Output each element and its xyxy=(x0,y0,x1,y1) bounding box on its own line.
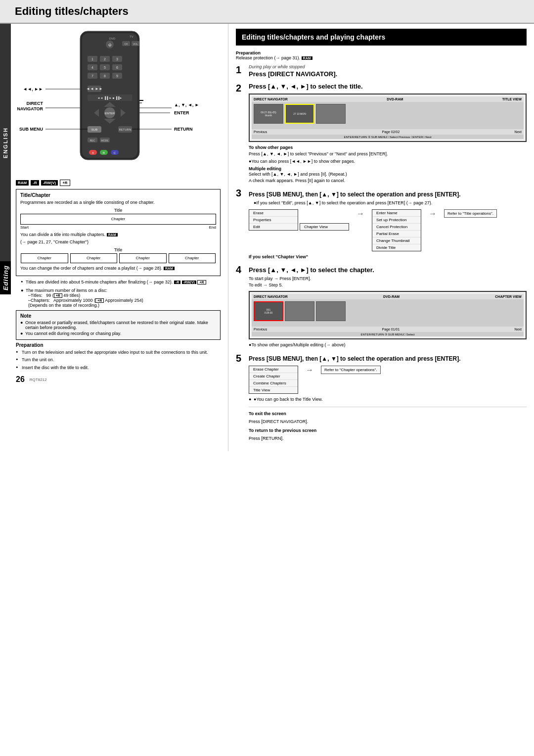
menu-area-1: Erase Properties Edit Chapter View → E xyxy=(249,209,527,251)
multi-edit-text: Select with [▲, ▼, ◄, ►] and press [II].… xyxy=(249,171,527,184)
svg-text:▲, ▼, ◄, ►: ▲, ▼, ◄, ► xyxy=(174,102,199,107)
screen2-thumb-3 xyxy=(316,301,346,321)
refer-box-1: Refer to "Title operations". xyxy=(444,209,497,218)
note-2: ● You cannot edit during recording or ch… xyxy=(20,331,216,336)
screen2-header-left: DIRECT NAVIGATOR xyxy=(254,295,288,298)
chapter-label: Chapter xyxy=(111,217,125,221)
screen1-page: Page 02/02 xyxy=(382,130,400,134)
screen2-thumb-selected: 0010:28:00 xyxy=(254,301,283,321)
svg-text:RETURN: RETURN xyxy=(119,128,132,131)
end-label: End xyxy=(209,225,216,230)
svg-text:7: 7 xyxy=(91,74,93,78)
screen1-prev: Previous xyxy=(254,130,267,134)
menu-right-col: Enter Name Set up Protection Cancel Prot… xyxy=(372,209,421,251)
prep-title: Preparation xyxy=(16,342,221,348)
svg-text:NAVIGATOR: NAVIGATOR xyxy=(17,106,43,111)
chapter-seg-2: Chapter xyxy=(70,253,118,263)
svg-text:RETURN: RETURN xyxy=(174,127,193,132)
format-badges: RAM -R -RW(V) +R xyxy=(16,180,221,186)
step-4-start-note: To start play → Press [ENTER]. xyxy=(249,276,527,283)
step-3-text: Press [SUB MENU], then [▲, ▼] to select … xyxy=(249,190,527,199)
menu2-item-erase-chapter[interactable]: Erase Chapter xyxy=(249,366,298,373)
exit-section: To exit the screen Press [DIRECT NAVIGAT… xyxy=(249,407,527,442)
menu2-item-title-view[interactable]: Title View xyxy=(249,387,298,393)
svg-text:CH: CH xyxy=(124,43,128,46)
step-4-edit-note: To edit → Step 5. xyxy=(249,282,527,289)
screen-mockup-2: DIRECT NAVIGATOR DVD-RAM CHAPTER VIEW 00… xyxy=(249,291,527,339)
prep-2: Turn the unit on. xyxy=(16,357,221,364)
prep-inline-text: Release protection (→ page 31). xyxy=(236,55,300,60)
main-content: DVD TV ⏻ CH VOL 1 2 3 xyxy=(0,24,534,451)
show-other-pages: To show other pages Press [▲, ▼, ◄, ►] t… xyxy=(249,145,527,164)
editing-label: Editing xyxy=(2,265,9,290)
svg-text:TV: TV xyxy=(130,35,134,38)
page-header: Editing titles/chapters xyxy=(0,0,534,24)
menu-left-col: Erase Properties Edit Chapter View xyxy=(249,209,349,231)
exit-title: To exit the screen xyxy=(249,410,527,417)
step-2-num: 2 xyxy=(236,83,245,184)
screen1-footer: Previous Page 02/02 Next xyxy=(252,129,524,135)
menu-item-setup-prot[interactable]: Set up Protection xyxy=(372,217,421,224)
title-chapter-box: Title/Chapter Programmes are recorded as… xyxy=(16,189,221,276)
page-title: Editing titles/chapters xyxy=(15,5,524,18)
step-2-content: Press [▲, ▼, ◄, ►] to select the title. … xyxy=(249,83,527,184)
diagram2: Title Chapter Chapter Chapter Chapter xyxy=(20,247,216,263)
diagram2-title: Title xyxy=(20,247,216,252)
screen1-thumb-1: 09:27-30(+05)thumb xyxy=(254,104,283,124)
svg-text:4: 4 xyxy=(91,66,93,69)
screen1-dvd: DVD-RAM xyxy=(387,97,403,101)
step-2: 2 Press [▲, ▼, ◄, ►] to select the title… xyxy=(236,83,527,184)
svg-text:DIRECT: DIRECT xyxy=(27,101,44,106)
screen2-header-right: CHAPTER VIEW xyxy=(495,295,522,298)
badge-ram: RAM xyxy=(16,180,29,186)
exit-text: Press [DIRECT NAVIGATOR]. xyxy=(249,418,527,425)
back-note: ● ●You can go back to the Title View. xyxy=(249,397,527,402)
step-5: 5 Press [SUB MENU], then [▲, ▼] to selec… xyxy=(236,353,527,442)
menu-item-divide[interactable]: Divide Title xyxy=(372,244,421,251)
menu-item-chapter-view[interactable]: Chapter View xyxy=(300,224,349,230)
screen2-prev: Previous xyxy=(254,328,267,331)
menu-item-erase[interactable]: Erase xyxy=(249,210,298,217)
step-1-subtitle: During play or while stopped xyxy=(249,64,527,69)
step-4: 4 Press [▲, ▼, ◄, ►] to select the chapt… xyxy=(236,264,527,349)
menu-item-properties[interactable]: Properties xyxy=(249,217,298,224)
prep-1: Turn on the television and select the ap… xyxy=(16,349,221,356)
chapter-seg-3: Chapter xyxy=(119,253,167,263)
menu-item-edit[interactable]: Edit xyxy=(249,224,298,230)
menu-item-enter-name[interactable]: Enter Name xyxy=(372,210,421,217)
start-end-labels: Start End xyxy=(20,225,216,230)
step-4-text: Press [▲, ▼, ◄, ►] to select the chapter… xyxy=(249,266,527,275)
ram-badge-inline: RAM xyxy=(107,233,118,236)
badge-plus-r: +R xyxy=(60,180,70,186)
info-box-title: Title/Chapter xyxy=(20,192,216,198)
menu-item-cancel-prot[interactable]: Cancel Protection xyxy=(372,224,421,231)
badge-r: -R xyxy=(31,180,39,186)
svg-text:◄◄ ►►: ◄◄ ►► xyxy=(86,87,103,91)
prep-3: Insert the disc with the title to edit. xyxy=(16,365,221,372)
multi-edit-title: Multiple editing xyxy=(249,166,527,171)
badge-rw: -RW(V) xyxy=(41,180,58,186)
divide-note: You can divide a title into multiple cha… xyxy=(20,232,216,238)
menu-popup-2: Enter Name Set up Protection Cancel Prot… xyxy=(372,209,421,251)
menu2-item-create-chapter[interactable]: Create Chapter xyxy=(249,373,298,380)
step-3: 3 Press [SUB MENU], then [▲, ▼] to selec… xyxy=(236,188,527,260)
step-4-num: 4 xyxy=(236,264,245,349)
step-1-content: During play or while stopped Press [DIRE… xyxy=(249,64,527,79)
return-text: Press [RETURN]. xyxy=(249,435,527,442)
screen2-nav: ENTER/RETURN ⑤ SUB MENU□ Select xyxy=(252,332,524,336)
svg-text:SUB: SUB xyxy=(91,128,97,131)
screen2-footer: Previous Page 01/01 Next xyxy=(252,327,524,332)
screen2-dvd: DVD-RAM xyxy=(383,295,400,298)
svg-text:9: 9 xyxy=(116,74,118,78)
menu-item-partial-erase[interactable]: Partial Erase xyxy=(372,231,421,237)
svg-text:DVD: DVD xyxy=(109,37,116,40)
right-column: Editing titles/chapters and playing chap… xyxy=(228,24,534,451)
menu2-item-combine[interactable]: Combine Chapters xyxy=(249,380,298,387)
menu-item-change-thumb[interactable]: Change Thumbnail xyxy=(372,237,421,244)
section-header: Editing titles/chapters and playing chap… xyxy=(236,29,527,46)
page-number: 26 xyxy=(16,375,25,384)
screen1-nav: ENTER/RETURN ⑤ SUB MENU□ Select Previous… xyxy=(252,135,524,139)
other-pages-title: To show other pages xyxy=(249,145,527,150)
bullet-note-1: Titles are divided into about 5-minute c… xyxy=(21,279,221,286)
model-number: RQT8212 xyxy=(30,378,47,382)
